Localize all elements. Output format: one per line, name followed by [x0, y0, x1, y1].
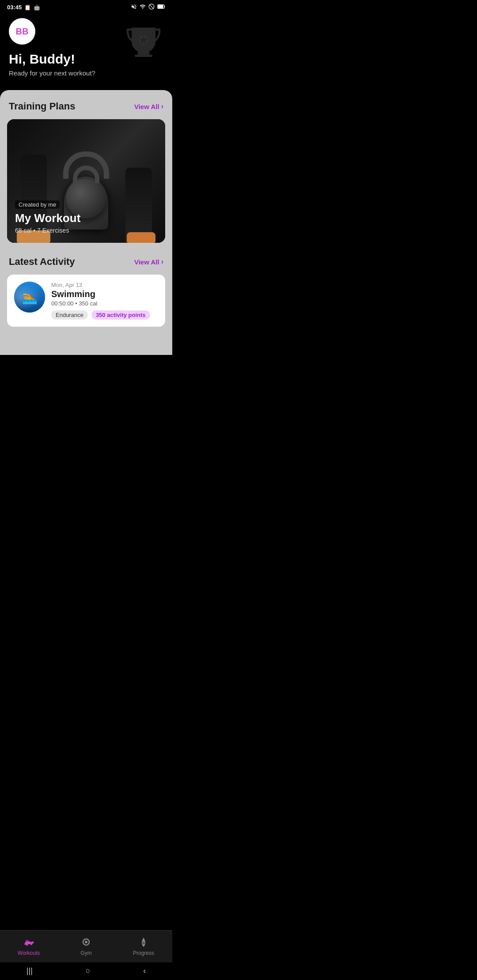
endurance-tag: Endurance: [51, 310, 88, 320]
wifi-icon: [140, 4, 146, 11]
svg-rect-3: [164, 6, 165, 8]
dnd-icon: [148, 4, 155, 11]
points-tag: 350 activity points: [91, 310, 150, 320]
svg-rect-6: [135, 55, 152, 57]
status-bar: 03:45 📋 🤖: [0, 0, 172, 13]
training-plan-card[interactable]: Created by me My Workout 68 cal • 7 Exer…: [7, 119, 165, 243]
activity-date: Mon, Apr 13: [51, 282, 158, 288]
trophy-icon: [124, 22, 163, 63]
android-icon: 🤖: [34, 4, 40, 11]
activity-thumbnail: 🏊: [14, 282, 45, 313]
avatar[interactable]: BB: [9, 18, 35, 45]
activity-stats: 00:50:00 • 350 cal: [51, 300, 158, 307]
card-tag: Created by me: [15, 200, 60, 209]
activity-info: Mon, Apr 13 Swimming 00:50:00 • 350 cal …: [51, 282, 158, 320]
training-plans-view-all[interactable]: View All ›: [134, 102, 163, 110]
mute-icon: [131, 4, 137, 11]
status-left: 03:45 📋 🤖: [7, 4, 40, 11]
chevron-right-icon-2: ›: [161, 258, 163, 266]
swimmer-icon: 🏊: [22, 290, 38, 305]
latest-activity-section: Latest Activity View All › 🏊 Mon, Apr 13…: [0, 256, 172, 331]
card-overlay: Created by me My Workout 68 cal • 7 Exer…: [15, 200, 157, 234]
avatar-initials: BB: [16, 26, 29, 37]
activity-tags: Endurance 350 activity points: [51, 310, 158, 320]
training-card-background: Created by me My Workout 68 cal • 7 Exer…: [7, 119, 165, 243]
activity-header: Latest Activity View All ›: [0, 256, 172, 275]
card-meta: 68 cal • 7 Exercises: [15, 227, 157, 234]
main-content: Training Plans View All › Created by me: [0, 90, 172, 355]
card-name: My Workout: [15, 211, 157, 225]
notification-icon: 📋: [24, 4, 31, 11]
training-plans-title: Training Plans: [9, 101, 75, 112]
chevron-right-icon: ›: [161, 102, 163, 110]
svg-line-1: [149, 4, 153, 8]
activity-title: Latest Activity: [9, 256, 75, 268]
battery-icon: [157, 4, 165, 11]
activity-view-all[interactable]: View All ›: [134, 258, 163, 266]
activity-name: Swimming: [51, 289, 158, 299]
training-plans-header: Training Plans View All ›: [0, 101, 172, 119]
svg-rect-4: [158, 5, 163, 8]
time-display: 03:45: [7, 4, 22, 11]
activity-card[interactable]: 🏊 Mon, Apr 13 Swimming 00:50:00 • 350 ca…: [7, 275, 165, 327]
header-section: BB Hi, Buddy! Ready for your next workou…: [0, 13, 172, 90]
status-right: [131, 4, 165, 11]
greeting-subtitle: Ready for your next workout?: [9, 69, 163, 77]
